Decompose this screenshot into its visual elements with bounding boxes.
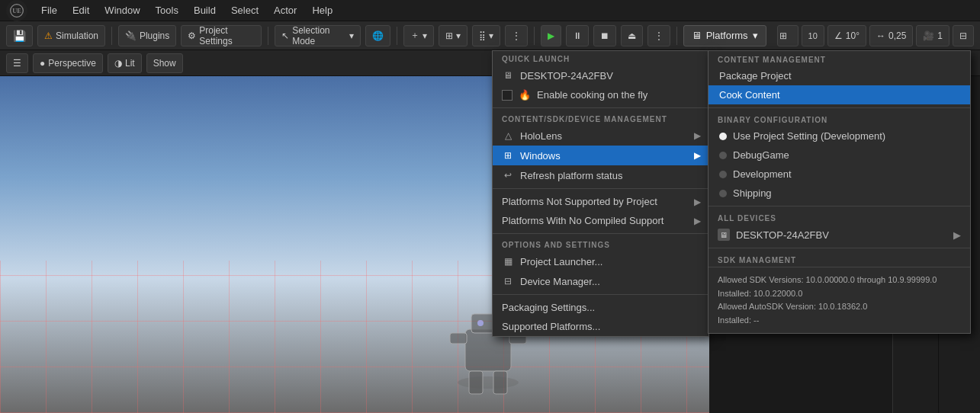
bin-debuggame-label: DebugGame bbox=[733, 149, 789, 161]
platforms-not-supported-arrow: ▶ bbox=[694, 197, 701, 207]
menu-file[interactable]: File bbox=[35, 3, 63, 18]
perspective-sphere-icon: ● bbox=[40, 58, 45, 69]
platforms-no-compiled-arrow: ▶ bbox=[694, 216, 701, 226]
svg-text:UE: UE bbox=[12, 8, 21, 14]
menu-edit[interactable]: Edit bbox=[66, 3, 95, 18]
mode-btn-2[interactable]: 🌐 bbox=[365, 25, 390, 46]
hololens-arrow: ▶ bbox=[694, 130, 701, 141]
device-row-desktop[interactable]: 🖥 DESKTOP-24A2FBV ▶ bbox=[708, 225, 970, 245]
desktop-icon: 🖥 bbox=[502, 69, 514, 82]
hamburger-btn[interactable]: ☰ bbox=[6, 53, 28, 73]
svg-rect-6 bbox=[493, 371, 507, 394]
sep-content bbox=[493, 188, 708, 189]
sep-devices bbox=[708, 248, 970, 248]
pause-button[interactable]: ⏸ bbox=[566, 25, 589, 46]
lit-btn[interactable]: ◑ Lit bbox=[108, 53, 142, 73]
snap-arrow: ▾ bbox=[489, 30, 493, 41]
project-launcher-item[interactable]: ▦ Project Launcher... bbox=[493, 251, 708, 271]
all-devices-header: ALL DEVICES bbox=[708, 210, 970, 225]
more-icon: ⋮ bbox=[512, 30, 521, 41]
menu-build[interactable]: Build bbox=[188, 3, 222, 18]
content-sdk-header: CONTENT/SDK/DEVICE MANAGEMENT bbox=[493, 111, 708, 126]
angle-icon-btn[interactable]: ∠ 10° bbox=[827, 25, 866, 46]
play-button[interactable]: ▶ bbox=[541, 25, 561, 46]
camera-btn[interactable]: 🎥 1 bbox=[916, 25, 949, 46]
snap-btn[interactable]: ⣿ ▾ bbox=[472, 25, 500, 46]
snap-icon: ⣿ bbox=[479, 30, 486, 41]
perspective-btn[interactable]: ● Perspective bbox=[33, 53, 103, 73]
simulation-button[interactable]: ⚠ Simulation bbox=[37, 25, 105, 46]
packaging-settings-label: Packaging Settings... bbox=[502, 302, 595, 313]
device-manager-icon: ⊟ bbox=[502, 275, 514, 287]
sep-platforms bbox=[493, 233, 708, 234]
place-icon: ＋ bbox=[410, 29, 419, 42]
sep-4 bbox=[534, 27, 535, 45]
selection-mode-arrow: ▾ bbox=[349, 30, 354, 41]
layout-btn[interactable]: ⊟ bbox=[953, 25, 974, 46]
windows-sub-dropdown: CONTENT MANAGEMENT Package Project Cook … bbox=[708, 50, 971, 334]
eject-button[interactable]: ⏏ bbox=[621, 25, 643, 46]
platforms-arrow-icon: ▾ bbox=[753, 30, 758, 41]
save-button[interactable]: 💾 bbox=[6, 25, 33, 46]
supported-platforms-item[interactable]: Supported Platforms... bbox=[493, 317, 708, 336]
project-settings-button[interactable]: ⚙ Project Settings bbox=[181, 25, 262, 46]
menu-actor[interactable]: Actor bbox=[268, 3, 303, 18]
device-row-inner: 🖥 DESKTOP-24A2FBV bbox=[718, 229, 829, 241]
device-manager-item[interactable]: ⊟ Device Manager... bbox=[493, 271, 708, 291]
menu-window[interactable]: Window bbox=[98, 3, 146, 18]
bin-project-setting-item[interactable]: Use Project Setting (Development) bbox=[708, 126, 970, 146]
platforms-no-compiled-item[interactable]: Platforms With No Compiled Support ▶ bbox=[493, 211, 708, 230]
windows-item[interactable]: ⊞ Windows ▶ bbox=[493, 146, 708, 165]
svg-rect-5 bbox=[469, 371, 483, 394]
scale-btn[interactable]: ↔ 0,25 bbox=[869, 25, 913, 46]
transform-btn[interactable]: ⊞ ▾ bbox=[439, 25, 468, 46]
place-btn[interactable]: ＋ ▾ bbox=[403, 25, 434, 46]
stop-button[interactable]: ⏹ bbox=[593, 25, 616, 46]
quick-launch-device[interactable]: 🖥 DESKTOP-24A2FBV bbox=[493, 66, 708, 85]
package-project-label: Package Project bbox=[719, 70, 792, 82]
sdk-line2: Installed: 10.0.22000.0 bbox=[718, 287, 961, 301]
project-launcher-label: Project Launcher... bbox=[520, 256, 602, 267]
scale-icon: ↔ bbox=[876, 30, 885, 41]
hololens-label: HoloLens bbox=[520, 130, 562, 142]
packaging-settings-item[interactable]: Packaging Settings... bbox=[493, 298, 708, 317]
cook-on-fly-item[interactable]: 🔥 Enable cooking on the fly bbox=[493, 85, 708, 104]
camera-icon: 🎥 bbox=[923, 30, 934, 41]
bin-shipping-item[interactable]: Shipping bbox=[708, 184, 970, 203]
menu-help[interactable]: Help bbox=[306, 3, 339, 18]
plugins-label: Plugins bbox=[140, 30, 169, 41]
hololens-item[interactable]: △ HoloLens ▶ bbox=[493, 126, 708, 146]
more-btn[interactable]: ⋮ bbox=[505, 25, 528, 46]
refresh-platform-item[interactable]: ↩ Refresh platform status bbox=[493, 165, 708, 185]
menu-select[interactable]: Select bbox=[225, 3, 265, 18]
quick-launch-header: QUICK LAUNCH bbox=[493, 51, 708, 66]
bin-development-item[interactable]: Development bbox=[708, 165, 970, 184]
sdk-info: Allowed SDK Versions: 10.0.00000.0 throu… bbox=[708, 267, 970, 333]
save-icon: 💾 bbox=[13, 30, 26, 42]
viewport-grid-btn[interactable]: ⊞ bbox=[777, 25, 798, 46]
plugins-button[interactable]: 🔌 Plugins bbox=[118, 25, 176, 46]
package-project-item[interactable]: Package Project bbox=[708, 66, 970, 85]
platforms-not-supported-item[interactable]: Platforms Not Supported by Project ▶ bbox=[493, 192, 708, 211]
cursor-icon: ↖ bbox=[281, 30, 289, 41]
refresh-label: Refresh platform status bbox=[520, 170, 622, 181]
cook-content-item[interactable]: Cook Content bbox=[708, 85, 970, 104]
selection-mode-button[interactable]: ↖ Selection Mode ▾ bbox=[275, 25, 361, 46]
cook-on-fly-checkbox[interactable] bbox=[502, 90, 512, 101]
sep-bc bbox=[708, 206, 970, 206]
dot-development bbox=[719, 171, 727, 178]
platforms-dropdown: QUICK LAUNCH 🖥 DESKTOP-24A2FBV 🔥 Enable … bbox=[492, 50, 709, 337]
menu-tools[interactable]: Tools bbox=[149, 3, 185, 18]
extra-play-btn[interactable]: ⋮ bbox=[647, 25, 670, 46]
play-icon: ▶ bbox=[548, 30, 554, 41]
viewport-num-btn[interactable]: 10 bbox=[802, 25, 824, 46]
device-icon-small: 🖥 bbox=[718, 229, 730, 241]
sep-quick-launch bbox=[493, 107, 708, 108]
platforms-button[interactable]: 🖥 Platforms ▾ bbox=[683, 25, 766, 46]
project-settings-label: Project Settings bbox=[199, 25, 255, 46]
show-btn[interactable]: Show bbox=[146, 53, 183, 73]
sep-1 bbox=[111, 27, 112, 45]
simulation-label: Simulation bbox=[56, 30, 98, 41]
binary-config-header: BINARY CONFIGURATION bbox=[708, 111, 970, 126]
bin-debuggame-item[interactable]: DebugGame bbox=[708, 146, 970, 165]
